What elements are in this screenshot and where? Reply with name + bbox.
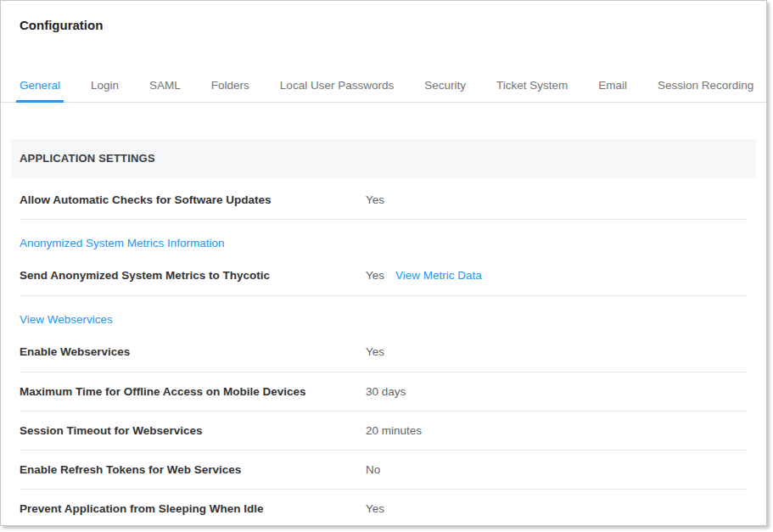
setting-value: Yes — [366, 270, 384, 281]
setting-row-prevent-sleep-idle: Prevent Application from Sleeping When I… — [20, 490, 748, 526]
settings-panel: APPLICATION SETTINGS Allow Automatic Che… — [1, 139, 766, 526]
tab-local-user-passwords[interactable]: Local User Passwords — [277, 79, 397, 103]
setting-label: Allow Automatic Checks for Software Upda… — [20, 194, 366, 205]
setting-label: Maximum Time for Offline Access on Mobil… — [20, 386, 366, 397]
setting-label: Session Timeout for Webservices — [20, 425, 366, 436]
setting-value: Yes — [366, 503, 384, 514]
setting-value: Yes — [366, 346, 384, 357]
tab-login[interactable]: Login — [87, 79, 122, 103]
setting-label: Enable Refresh Tokens for Web Services — [20, 464, 366, 475]
view-metric-data-link[interactable]: View Metric Data — [395, 270, 482, 281]
setting-value: 20 minutes — [366, 425, 422, 436]
setting-label: Send Anonymized System Metrics to Thycot… — [20, 270, 366, 281]
setting-label: Enable Webservices — [20, 346, 366, 357]
setting-value-cell: Yes View Metric Data — [366, 270, 482, 281]
tab-saml[interactable]: SAML — [146, 79, 184, 103]
setting-row-refresh-tokens: Enable Refresh Tokens for Web Services N… — [20, 451, 748, 490]
page-title: Configuration — [1, 1, 766, 32]
tab-folders[interactable]: Folders — [208, 79, 253, 103]
tab-email[interactable]: Email — [595, 79, 630, 103]
configuration-window: Configuration General Login SAML Folders… — [0, 0, 767, 526]
setting-group-webservices: View Webservices Enable Webservices Yes — [20, 296, 748, 372]
view-webservices-link[interactable]: View Webservices — [20, 313, 113, 326]
tab-session-recording[interactable]: Session Recording — [654, 79, 757, 103]
setting-row-send-anonymized-metrics: Send Anonymized System Metrics to Thycot… — [20, 270, 748, 281]
setting-label: Prevent Application from Sleeping When I… — [20, 503, 366, 514]
setting-row-auto-update-checks: Allow Automatic Checks for Software Upda… — [20, 178, 748, 220]
setting-row-offline-access-mobile: Maximum Time for Offline Access on Mobil… — [20, 372, 748, 412]
setting-row-enable-webservices: Enable Webservices Yes — [20, 346, 748, 357]
tab-bar: General Login SAML Folders Local User Pa… — [1, 79, 766, 103]
setting-value: 30 days — [366, 386, 406, 397]
tab-ticket-system[interactable]: Ticket System — [493, 79, 571, 103]
link-line: View Webservices — [20, 311, 748, 327]
tab-security[interactable]: Security — [421, 79, 469, 103]
link-line: Anonymized System Metrics Information — [20, 235, 748, 250]
tab-general[interactable]: General — [16, 79, 64, 103]
section-header-application-settings: APPLICATION SETTINGS — [11, 139, 756, 178]
settings-list: Allow Automatic Checks for Software Upda… — [11, 178, 756, 526]
setting-group-anonymized-metrics: Anonymized System Metrics Information Se… — [20, 220, 748, 296]
setting-row-session-timeout-webservices: Session Timeout for Webservices 20 minut… — [20, 412, 748, 451]
setting-value: No — [366, 464, 380, 475]
anonymized-metrics-info-link[interactable]: Anonymized System Metrics Information — [20, 237, 225, 249]
setting-value: Yes — [366, 194, 384, 205]
